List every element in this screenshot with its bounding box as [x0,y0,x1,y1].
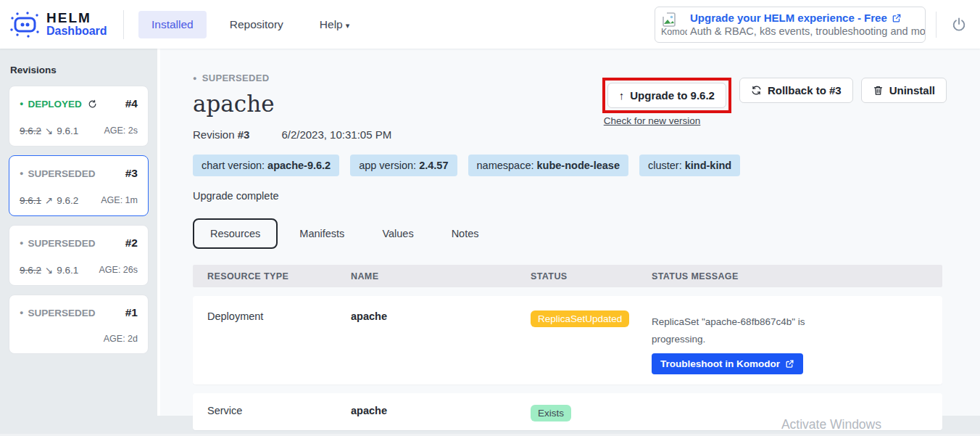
status-message-line2: progressing. [652,331,942,348]
resource-status-cell: ReplicaSetUpdated [516,306,637,374]
new-version: 9.6.1 [57,126,78,136]
revision-age: AGE: 2d [104,334,138,344]
rollback-button[interactable]: Rollback to #3 [739,78,853,103]
downgrade-arrow-icon: ↘ [45,125,53,136]
status-badge: ReplicaSetUpdated [531,310,629,327]
revision-card-3-selected[interactable]: ●SUPERSEDED #3 9.6.1 ↗ 9.6.2 AGE: 1m [9,155,149,216]
revision-age: AGE: 26s [99,265,138,275]
old-version: 9.6.2 [20,126,41,136]
logo-subtitle: Dashboard [46,25,107,38]
tab-notes[interactable]: Notes [436,220,495,247]
trash-icon [873,85,884,96]
revision-status: ●DEPLOYED [20,99,97,110]
namespace-badge: namespace: kube-node-lease [468,155,628,176]
rollback-icon [751,85,762,96]
helm-logo-icon [9,10,41,39]
chart-version-badge: chart version: apache-9.6.2 [193,155,339,176]
revision-number: #4 [125,97,138,110]
main-nav: Installed Repository Help▾ [138,11,362,38]
chevron-down-icon: ▾ [346,21,350,30]
revision-number: #2 [125,236,138,250]
table-header-row: RESOURCE TYPE NAME STATUS STATUS MESSAGE [193,265,942,287]
revision-status: ●SUPERSEDED [20,308,95,318]
header-divider [123,10,124,39]
revision-number: #3 [125,167,138,180]
logo-title: HELM [46,11,107,25]
nav-tab-repository[interactable]: Repository [217,11,296,38]
nav-tab-installed[interactable]: Installed [138,11,207,38]
app-version-badge: app version: 2.4.57 [350,155,457,176]
resource-type-cell: Deployment [193,306,336,374]
revision-status: ●SUPERSEDED [20,168,95,179]
release-meta-badges: chart version: apache-9.6.2 app version:… [193,155,980,176]
revision-card-2[interactable]: ●SUPERSEDED #2 9.6.2 ↘ 9.6.1 AGE: 26s [9,225,149,286]
resource-status-cell: Exists [516,400,637,421]
tab-values[interactable]: Values [366,220,429,247]
revisions-sidebar: Revisions ●DEPLOYED #4 9.6.2 ↘ 9.6.1 AGE… [0,49,157,436]
tab-manifests[interactable]: Manifests [283,220,360,247]
col-status-message: STATUS MESSAGE [637,271,942,281]
old-version: 9.6.1 [20,195,41,206]
revision-card-4[interactable]: ●DEPLOYED #4 9.6.2 ↘ 9.6.1 AGE: 2s [9,86,149,147]
tab-resources[interactable]: Resources [193,218,278,249]
nav-menu-help[interactable]: Help▾ [307,11,362,38]
status-dot-icon: ● [20,239,23,247]
revision-age: AGE: 1m [101,195,138,205]
revision-card-1[interactable]: ●SUPERSEDED #1 AGE: 2d [9,295,149,354]
help-label: Help [320,18,343,30]
check-new-version-link[interactable]: Check for new version [604,115,731,126]
resource-name-cell: apache [336,400,516,421]
upgrade-button[interactable]: ↑ Upgrade to 9.6.2 [607,83,726,108]
app-header: HELM Dashboard Installed Repository Help… [0,0,980,49]
status-dot-icon: ● [20,309,23,316]
revision-status: ●SUPERSEDED [20,238,95,249]
revision-label: Revision #3 [193,128,249,141]
new-version: 9.6.2 [57,195,78,206]
new-version: 9.6.1 [57,265,78,276]
upgrade-button-highlight: ↑ Upgrade to 9.6.2 [602,78,731,113]
komodor-logo-broken-image: Komod [655,12,687,37]
header-divider-2 [936,12,937,38]
external-link-icon [892,13,902,23]
banner-title[interactable]: Upgrade your HELM experience - Free [690,12,887,24]
revision-number: #1 [125,306,138,319]
downgrade-arrow-icon: ↘ [45,264,53,276]
col-name: NAME [336,271,516,281]
external-link-icon [785,359,794,369]
old-version: 9.6.2 [20,265,41,276]
banner-subtitle: Auth & RBAC, k8s events, troubleshooting… [690,25,926,37]
resource-type-cell: Service [193,400,336,421]
resource-name-cell: apache [336,306,516,374]
status-dot-icon: ● [20,100,23,107]
upgrade-arrow-icon: ↗ [45,194,53,206]
revision-date: 6/2/2023, 10:31:05 PM [281,128,391,141]
komodor-image-alt-text: Komod [661,27,687,37]
release-actions: ↑ Upgrade to 9.6.2 Check for new version… [602,78,947,126]
revision-age: AGE: 2s [104,126,138,136]
resources-table: RESOURCE TYPE NAME STATUS STATUS MESSAGE… [193,265,942,430]
release-detail-panel: ● SUPERSEDED apache Revision #3 6/2/2023… [157,49,980,416]
activate-windows-watermark: Activate Windows [781,417,881,432]
komodor-upgrade-banner[interactable]: Komod Upgrade your HELM experience - Fre… [655,7,926,43]
power-shutdown-button[interactable] [948,14,970,36]
status-message-cell: ReplicaSet "apache-68fb867c4b" is progre… [637,306,942,374]
uninstall-button[interactable]: Uninstall [861,78,947,103]
col-status: STATUS [516,271,637,281]
revisions-title: Revisions [10,65,149,75]
table-row-deployment: Deployment apache ReplicaSetUpdated Repl… [193,296,942,384]
status-message-line1: ReplicaSet "apache-68fb867c4b" is [652,313,942,331]
cluster-badge: cluster: kind-kind [639,155,740,176]
status-badge: Exists [531,405,571,421]
refresh-icon [88,99,97,109]
helm-dashboard-logo[interactable]: HELM Dashboard [0,10,116,39]
detail-tabs: Resources Manifests Values Notes [193,218,980,249]
status-dot-icon: ● [193,75,197,82]
status-dot-icon: ● [20,170,23,177]
troubleshoot-komodor-button[interactable]: Troubleshoot in Komodor [652,353,803,374]
col-resource-type: RESOURCE TYPE [193,271,336,281]
up-arrow-icon: ↑ [619,89,625,102]
release-status-message: Upgrade complete [193,190,980,202]
